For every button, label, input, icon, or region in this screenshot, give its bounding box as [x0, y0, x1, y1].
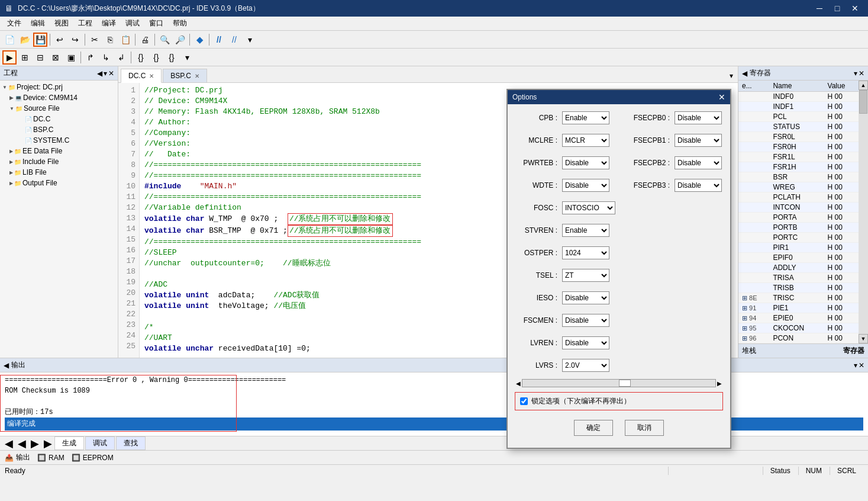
tab-close-icon[interactable]: ✕ — [149, 73, 154, 79]
undo-button[interactable]: ↩ — [53, 33, 67, 47]
step2-button[interactable]: ↳ — [99, 50, 113, 65]
menu-project[interactable]: 工程 — [73, 17, 97, 30]
step1-button[interactable]: ↱ — [83, 50, 98, 65]
opt-lvren-select[interactable]: DisableEnable — [562, 336, 609, 349]
tree-output[interactable]: ▶ 📁 Output File — [1, 178, 117, 188]
open-button[interactable]: 📂 — [18, 33, 32, 47]
register-row[interactable]: INTCONH 00 — [738, 203, 859, 213]
tree-dc-c[interactable]: 📄 DC.C — [1, 114, 117, 124]
options-scroll-right[interactable]: ▶ — [716, 380, 723, 387]
register-row[interactable]: ⊞ 96PCONH 00 — [738, 333, 859, 343]
tree-device[interactable]: ▶ 💻 Device: CM9M14 — [1, 92, 117, 103]
brace2-button[interactable]: {} — [149, 50, 163, 65]
debug2-button[interactable]: ⊞ — [18, 50, 32, 65]
debug4-button[interactable]: ⊠ — [49, 50, 63, 65]
opt-fsecpb3-select[interactable]: DisableEnable — [675, 179, 722, 192]
maximize-button[interactable]: □ — [829, 2, 846, 14]
step3-button[interactable]: ↲ — [114, 50, 128, 65]
scroll-up-button[interactable]: ▲ — [859, 81, 868, 90]
menu-debug[interactable]: 调试 — [121, 17, 144, 30]
register-row[interactable]: ⊞ 95CKOCONH 00 — [738, 323, 859, 333]
opt-ieso-select[interactable]: DisableEnable — [562, 291, 609, 304]
register-row[interactable]: ⊞ 94EPIE0H 00 — [738, 313, 859, 323]
register-row[interactable]: ADDLYH 00 — [738, 263, 859, 273]
menu-window[interactable]: 窗口 — [144, 17, 168, 30]
menu-compile[interactable]: 编译 — [97, 17, 121, 30]
print-button[interactable]: 🖨 — [138, 33, 152, 47]
opt-lvrs-select[interactable]: 2.0V2.5V — [562, 359, 609, 372]
next-tab-button2[interactable]: ▶ — [28, 437, 41, 450]
registers-footer-label[interactable]: 寄存器 — [843, 346, 864, 356]
register-row[interactable]: FSR1LH 00 — [738, 152, 859, 162]
options-scroll-left[interactable]: ◀ — [515, 380, 522, 387]
tree-bsp-c[interactable]: 📄 BSP.C — [1, 124, 117, 135]
opt-ostper-select[interactable]: 1024256 — [562, 246, 609, 259]
compile1-button[interactable]: // — [212, 33, 226, 47]
debug5-button[interactable]: ▣ — [64, 50, 78, 65]
tree-ee-data[interactable]: ▶ 📁 EE Data File — [1, 146, 117, 156]
bookmark-button[interactable]: ◆ — [192, 33, 206, 47]
dropdown2-button[interactable]: ▾ — [180, 50, 194, 65]
opt-wdte-select[interactable]: DisableEnable — [562, 179, 609, 192]
lock-options-checkbox[interactable] — [520, 397, 528, 405]
options-scrollbar-track[interactable] — [522, 379, 716, 387]
opt-fsecpb0-select[interactable]: DisableEnable — [675, 111, 722, 124]
debug1-button[interactable]: ▶ — [2, 50, 17, 65]
panel-menu-icon[interactable]: ▾ — [104, 69, 107, 78]
tree-system-c[interactable]: 📄 SYSTEM.C — [1, 135, 117, 146]
redo-button[interactable]: ↪ — [68, 33, 82, 47]
lock-options-label[interactable]: 锁定选项（下次编译不再弹出） — [531, 396, 631, 406]
opt-fosc-select[interactable]: INTOSCIOXTHS — [562, 201, 615, 214]
stack-label[interactable]: 堆栈 — [742, 346, 756, 356]
opt-mclre-select[interactable]: MCLRGPIO — [562, 134, 609, 147]
output-tab-debug[interactable]: 调试 — [85, 436, 115, 450]
register-row[interactable]: EPIF0H 00 — [738, 253, 859, 263]
register-row[interactable]: TRISAH 00 — [738, 273, 859, 283]
menu-help[interactable]: 帮助 — [168, 17, 192, 30]
options-close-button[interactable]: ✕ — [718, 92, 725, 102]
output-menu-icon[interactable]: ▾ — [854, 361, 857, 370]
menu-view[interactable]: 视图 — [50, 17, 73, 30]
register-row[interactable]: TRISBH 00 — [738, 283, 859, 293]
register-row[interactable]: FSR0LH 00 — [738, 132, 859, 142]
opt-stvren-select[interactable]: EnableDisable — [562, 224, 609, 237]
options-scrollbar-thumb[interactable] — [619, 380, 631, 387]
debug3-button[interactable]: ⊟ — [33, 50, 47, 65]
register-row[interactable]: WREGH 00 — [738, 182, 859, 192]
tab-dropdown-button[interactable]: ▾ — [727, 69, 735, 82]
output-close-icon[interactable]: ✕ — [859, 361, 864, 370]
register-row[interactable]: STATUSH 00 — [738, 122, 859, 132]
copy-button[interactable]: ⎘ — [103, 33, 117, 47]
new-button[interactable]: 📄 — [2, 33, 17, 47]
search-button[interactable]: 🔍 — [157, 33, 172, 47]
tab-close-icon[interactable]: ✕ — [195, 73, 199, 79]
menu-edit[interactable]: 编辑 — [26, 17, 50, 30]
register-row[interactable]: PORTCH 00 — [738, 233, 859, 243]
output-tab-find[interactable]: 查找 — [116, 436, 146, 450]
registers-scrollbar[interactable]: ▲ ▼ — [859, 81, 868, 343]
opt-pwrteb-select[interactable]: DisableEnable — [562, 156, 609, 169]
register-row[interactable]: ⊞ 8ETRISCH 00 — [738, 293, 859, 303]
search2-button[interactable]: 🔎 — [173, 33, 187, 47]
register-row[interactable]: BSRH 00 — [738, 172, 859, 182]
scroll-thumb[interactable] — [859, 90, 867, 114]
tab-bsp-c[interactable]: BSP.C ✕ — [163, 69, 206, 82]
paste-button[interactable]: 📋 — [118, 33, 133, 47]
prev-tab-button[interactable]: ◀ — [2, 437, 15, 450]
register-row[interactable]: INDF1H 00 — [738, 102, 859, 112]
scroll-down-button[interactable]: ▼ — [859, 334, 868, 343]
compile2-button[interactable]: // — [227, 33, 241, 47]
tree-lib[interactable]: ▶ 📁 LIB File — [1, 167, 117, 178]
register-row[interactable]: PORTBH 00 — [738, 223, 859, 233]
register-row[interactable]: PCLATHH 00 — [738, 192, 859, 203]
register-row[interactable]: FSR1HH 00 — [738, 162, 859, 172]
opt-cpb-select[interactable]: EnableDisable — [562, 111, 609, 124]
output-icon-ram[interactable]: 🔲 RAM — [37, 454, 64, 462]
close-button[interactable]: ✕ — [847, 2, 863, 14]
opt-fsecpb1-select[interactable]: DisableEnable — [675, 134, 722, 147]
output-icon-output[interactable]: 📤 输出 — [5, 452, 30, 463]
tree-source-file[interactable]: ▼ 📁 Source File — [1, 103, 117, 114]
save-button[interactable]: 💾 — [33, 33, 47, 47]
next-tab-button1[interactable]: ◀ — [15, 437, 28, 450]
registers-menu-icon[interactable]: ▾ — [854, 69, 857, 78]
